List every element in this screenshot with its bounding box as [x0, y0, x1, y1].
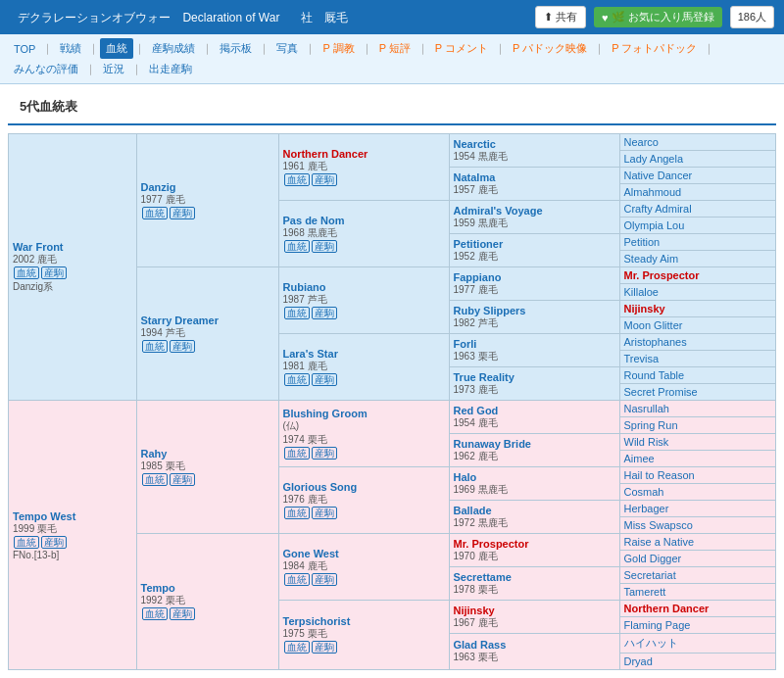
horse-link-danzig[interactable]: Danzig	[141, 181, 176, 193]
horse-link-hail-to-reason[interactable]: Hail to Reason	[624, 469, 695, 481]
horse-link-nijinsky-1[interactable]: Nijinsky	[624, 303, 665, 315]
horse-link-mr-prospector-2[interactable]: Mr. Prospector	[454, 538, 529, 550]
horse-link-almahmoud[interactable]: Almahmoud	[624, 186, 682, 198]
horse-link-olympia-lou[interactable]: Olympia Lou	[624, 219, 685, 231]
horse-link-nasrullah[interactable]: Nasrullah	[624, 403, 669, 414]
horse-link-blushing-groom[interactable]: Blushing Groom	[283, 408, 368, 419]
badge-offspring-sd[interactable]: 産駒	[170, 340, 195, 353]
nav-photos[interactable]: 写真	[270, 38, 304, 59]
badge-bloodline-terp[interactable]: 血統	[284, 641, 310, 654]
horse-link-miss-swapsco[interactable]: Miss Swapsco	[624, 519, 693, 531]
horse-link-moon-glitter[interactable]: Moon Glitter	[624, 319, 683, 331]
horse-link-northern-dancer-2[interactable]: Northern Dancer	[624, 603, 710, 614]
horse-link-pas-de-nom[interactable]: Pas de Nom	[283, 215, 345, 226]
badge-bloodline-gs[interactable]: 血統	[284, 507, 310, 519]
horse-link-flaming-page[interactable]: Flaming Page	[624, 619, 691, 631]
nav-top[interactable]: TOP	[8, 40, 41, 58]
horse-link-nijinsky-2[interactable]: Nijinsky	[454, 605, 495, 616]
nav-short[interactable]: P 短評	[373, 38, 416, 59]
horse-link-glad-rass[interactable]: Glad Rass	[454, 639, 507, 651]
horse-link-northern-dancer[interactable]: Northern Dancer	[283, 148, 368, 160]
horse-link-gone-west[interactable]: Gone West	[283, 548, 339, 559]
horse-link-mr-prospector-1[interactable]: Mr. Prospector	[624, 269, 700, 281]
horse-link-starry-dreamer[interactable]: Starry Dreamer	[141, 315, 220, 326]
badge-bloodline-tw[interactable]: 血統	[14, 536, 39, 549]
horse-link-forli[interactable]: Forli	[454, 338, 477, 350]
horse-link-true-reality[interactable]: True Reality	[454, 371, 514, 383]
nav-bloodline[interactable]: 血統	[100, 38, 133, 59]
horse-link-laras-star[interactable]: Lara's Star	[283, 348, 338, 360]
nav-board[interactable]: 掲示板	[214, 38, 258, 59]
horse-link-aimee[interactable]: Aimee	[624, 453, 655, 464]
badge-bloodline-rahy[interactable]: 血統	[142, 473, 168, 486]
horse-link-nearctic[interactable]: Nearctic	[454, 138, 496, 150]
horse-link-runaway-bride[interactable]: Runaway Bride	[454, 438, 531, 450]
nav-photopadock[interactable]: P フォトパドック	[606, 38, 703, 59]
horse-link-lady-angela[interactable]: Lady Angela	[624, 153, 684, 165]
horse-link-trevisa[interactable]: Trevisa	[624, 353, 660, 364]
horse-link-petitioner[interactable]: Petitioner	[454, 238, 504, 250]
horse-link-rahy[interactable]: Rahy	[141, 448, 168, 460]
badge-bloodline-tempo[interactable]: 血統	[142, 607, 168, 620]
badge-offspring-tw[interactable]: 産駒	[41, 536, 67, 549]
horse-link-tempo[interactable]: Tempo	[141, 582, 175, 594]
nav-training[interactable]: P 調教	[317, 38, 360, 59]
horse-link-ruby-slippers[interactable]: Ruby Slippers	[454, 305, 526, 316]
badge-bloodline-gw[interactable]: 血統	[284, 573, 310, 586]
horse-link-spring-run[interactable]: Spring Run	[624, 419, 678, 431]
horse-link-rubiano[interactable]: Rubiano	[283, 281, 326, 293]
nav-recent[interactable]: 近況	[97, 59, 130, 79]
badge-offspring-pdn[interactable]: 産駒	[312, 240, 337, 253]
badge-offspring-nd[interactable]: 産駒	[312, 173, 337, 186]
share-button[interactable]: ⬆ 共有	[535, 6, 586, 28]
horse-link-war-front[interactable]: War Front	[13, 241, 64, 253]
horse-link-red-god[interactable]: Red God	[454, 405, 499, 416]
badge-bloodline-warfront[interactable]: 血統	[14, 266, 39, 279]
badge-bloodline-nd[interactable]: 血統	[284, 173, 310, 186]
badge-offspring-bg[interactable]: 産駒	[312, 447, 337, 460]
horse-link-nearco[interactable]: Nearco	[624, 136, 659, 148]
badge-offspring-rahy[interactable]: 産駒	[170, 473, 195, 486]
nav-rating[interactable]: みんなの評価	[8, 59, 84, 79]
horse-link-halo[interactable]: Halo	[454, 471, 477, 483]
badge-offspring-gw[interactable]: 産駒	[312, 573, 337, 586]
badge-offspring-warfront[interactable]: 産駒	[41, 266, 67, 279]
badge-offspring-danzig[interactable]: 産駒	[170, 207, 195, 219]
horse-link-aristophanes[interactable]: Aristophanes	[624, 336, 687, 348]
badge-bloodline-pdn[interactable]: 血統	[284, 240, 310, 253]
nav-comment[interactable]: P コメント	[429, 38, 494, 59]
horse-link-haihat[interactable]: ハイハット	[624, 637, 678, 649]
badge-offspring-ls[interactable]: 産駒	[312, 373, 337, 386]
horse-link-petition[interactable]: Petition	[624, 236, 661, 248]
horse-link-secretariat[interactable]: Secretariat	[624, 569, 676, 581]
horse-link-tamerett[interactable]: Tamerett	[624, 586, 666, 598]
nav-paddock-video[interactable]: P パドック映像	[507, 38, 593, 59]
badge-offspring-terp[interactable]: 産駒	[312, 641, 337, 654]
horse-link-native-dancer[interactable]: Native Dancer	[624, 170, 693, 181]
horse-link-wild-risk[interactable]: Wild Risk	[624, 436, 669, 448]
horse-link-gold-digger[interactable]: Gold Digger	[624, 553, 682, 564]
nav-race-offspring[interactable]: 出走産駒	[143, 59, 198, 79]
horse-link-herbager[interactable]: Herbager	[624, 503, 669, 514]
badge-offspring-tempo[interactable]: 産駒	[170, 607, 195, 620]
nav-results[interactable]: 戦績	[54, 38, 87, 59]
badge-bloodline-danzig[interactable]: 血統	[142, 207, 168, 219]
horse-link-terpsichorist[interactable]: Terpsichorist	[283, 615, 351, 627]
horse-link-tempo-west[interactable]: Tempo West	[13, 510, 75, 522]
horse-link-ballade[interactable]: Ballade	[454, 505, 492, 516]
horse-link-secret-promise[interactable]: Secret Promise	[624, 386, 698, 398]
nav-offspring[interactable]: 産駒成績	[146, 38, 201, 59]
horse-link-glorious-song[interactable]: Glorious Song	[283, 481, 358, 493]
horse-link-natalma[interactable]: Natalma	[454, 171, 496, 183]
badge-bloodline-sd[interactable]: 血統	[142, 340, 168, 353]
badge-bloodline-bg[interactable]: 血統	[284, 447, 310, 460]
horse-link-fappiano[interactable]: Fappiano	[454, 271, 502, 283]
horse-link-cosmah[interactable]: Cosmah	[624, 486, 664, 498]
horse-link-dryad[interactable]: Dryad	[624, 655, 653, 667]
horse-link-steady-aim[interactable]: Steady Aim	[624, 253, 679, 265]
horse-link-secrettame[interactable]: Secrettame	[454, 571, 512, 583]
badge-bloodline-rub[interactable]: 血統	[284, 307, 310, 319]
fav-button[interactable]: ♥ 🌿 お気に入り馬登録	[594, 7, 722, 27]
horse-link-killaloe[interactable]: Killaloe	[624, 286, 659, 298]
horse-link-crafty-admiral[interactable]: Crafty Admiral	[624, 203, 692, 215]
